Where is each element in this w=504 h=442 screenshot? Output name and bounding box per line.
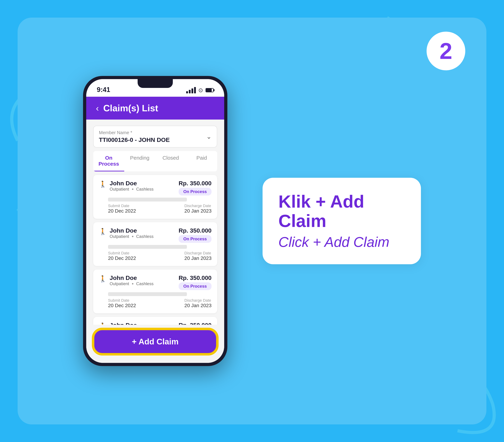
claim-left: 🚶 John Doe Outpatient Cashless <box>99 180 153 192</box>
claim-info: John Doe Outpatient Cashless <box>110 227 153 239</box>
submit-label: Submit Date <box>108 298 136 303</box>
tab-paid[interactable]: Paid <box>186 151 217 171</box>
claim-right: Rp. 350.000 On Process <box>179 322 212 325</box>
tabs-bar: On Process Pending Closed Paid <box>93 151 217 171</box>
status-badge: On Process <box>179 188 212 196</box>
claim-type: Outpatient Cashless <box>110 234 153 239</box>
claim-info: John Doe Outpatient Cashless <box>110 274 153 286</box>
discharge-date-block: Discharge Date 20 Jan 2023 <box>184 298 212 308</box>
tab-closed[interactable]: Closed <box>155 151 186 171</box>
submit-date: 20 Dec 2022 <box>108 255 136 261</box>
claim-top-row: 🚶 John Doe Outpatient Cashless <box>99 322 212 325</box>
main-container: 2 9:41 <box>18 17 486 425</box>
claim-name: John Doe <box>110 180 153 187</box>
submit-date-block: Submit Date 20 Dec 2022 <box>108 204 136 214</box>
member-info: Member Name * TTI000126-0 - JOHN DOE <box>99 130 170 143</box>
phone-notch <box>138 79 173 88</box>
tab-pending[interactable]: Pending <box>124 151 155 171</box>
back-arrow-icon[interactable]: ‹ <box>96 103 99 113</box>
submit-label: Submit Date <box>108 251 136 255</box>
phone-mockup: 9:41 ⊙ <box>83 76 227 366</box>
member-selector[interactable]: Member Name * TTI000126-0 - JOHN DOE ⌄ <box>93 126 217 148</box>
instruction-primary: Klik + Add Claim <box>278 192 405 231</box>
discharge-date: 20 Jan 2023 <box>184 255 212 261</box>
claim-top-row: 🚶 John Doe Outpatient Cashless <box>99 274 212 290</box>
discharge-date-block: Discharge Date 20 Jan 2023 <box>184 204 212 214</box>
claim-top-row: 🚶 John Doe Outpatient Cashless <box>99 180 212 196</box>
battery-icon <box>206 88 214 92</box>
phone-inner: 9:41 ⊙ <box>86 79 224 363</box>
hospital-name <box>108 292 187 296</box>
claim-left: 🚶 John Doe Outpatient Cashless <box>99 227 153 239</box>
claim-dates: Submit Date 20 Dec 2022 Discharge Date 2… <box>108 251 212 261</box>
discharge-date-block: Discharge Date 20 Jan 2023 <box>184 251 212 261</box>
claim-amount: Rp. 350.000 <box>179 227 212 234</box>
discharge-date: 20 Jan 2023 <box>184 208 212 214</box>
claim-amount: Rp. 350.000 <box>179 180 212 187</box>
hospital-name <box>108 245 187 249</box>
claim-card[interactable]: 🚶 John Doe Outpatient Cashless <box>93 317 217 325</box>
instruction-panel: Klik + Add Claim Click + Add Claim <box>263 178 421 264</box>
claim-name: John Doe <box>110 274 153 281</box>
claim-type: Outpatient Cashless <box>110 187 153 192</box>
discharge-label: Discharge Date <box>184 204 212 208</box>
claim-dates: Submit Date 20 Dec 2022 Discharge Date 2… <box>108 204 212 214</box>
status-badge: On Process <box>179 282 212 290</box>
step-number: 2 <box>440 40 452 62</box>
content-area: 9:41 ⊙ <box>18 76 486 366</box>
tab-on-process[interactable]: On Process <box>93 151 124 171</box>
claim-right: Rp. 350.000 On Process <box>179 274 212 290</box>
status-badge: On Process <box>179 235 212 243</box>
app-header: ‹ Claim(s) List <box>86 97 224 119</box>
status-time: 9:41 <box>97 86 110 94</box>
claim-amount: Rp. 350.000 <box>179 322 212 325</box>
instruction-secondary: Click + Add Claim <box>278 234 405 250</box>
submit-date-block: Submit Date 20 Dec 2022 <box>108 251 136 261</box>
claim-left: 🚶 John Doe Outpatient Cashless <box>99 322 153 325</box>
claim-top-row: 🚶 John Doe Outpatient Cashless <box>99 227 212 243</box>
outpatient-icon: 🚶 <box>99 228 107 235</box>
hospital-name <box>108 198 187 202</box>
phone-outer: 9:41 ⊙ <box>83 76 227 366</box>
claim-card[interactable]: 🚶 John Doe Outpatient Cashless <box>93 270 217 313</box>
add-claim-wrapper: + Add Claim <box>86 325 224 363</box>
claim-info: John Doe Outpatient Cashless <box>110 322 153 325</box>
status-icons: ⊙ <box>186 87 214 94</box>
claim-dates: Submit Date 20 Dec 2022 Discharge Date 2… <box>108 298 212 308</box>
claim-left: 🚶 John Doe Outpatient Cashless <box>99 274 153 286</box>
claims-list: 🚶 John Doe Outpatient Cashless <box>86 171 224 325</box>
phone-content: Member Name * TTI000126-0 - JOHN DOE ⌄ O… <box>86 119 224 363</box>
discharge-label: Discharge Date <box>184 251 212 255</box>
member-label: Member Name * <box>99 130 170 135</box>
submit-date-block: Submit Date 20 Dec 2022 <box>108 298 136 308</box>
outpatient-icon: 🚶 <box>99 181 107 188</box>
claim-right: Rp. 350.000 On Process <box>179 180 212 196</box>
wifi-icon: ⊙ <box>198 87 203 94</box>
claim-type: Outpatient Cashless <box>110 281 153 286</box>
claim-card[interactable]: 🚶 John Doe Outpatient Cashless <box>93 175 217 219</box>
signal-icon <box>186 87 196 93</box>
add-claim-button[interactable]: + Add Claim <box>93 329 217 354</box>
outpatient-icon: 🚶 <box>99 323 107 325</box>
step-badge: 2 <box>427 32 465 70</box>
claim-amount: Rp. 350.000 <box>179 274 212 281</box>
discharge-date: 20 Jan 2023 <box>184 303 212 308</box>
claim-name: John Doe <box>110 227 153 234</box>
submit-date: 20 Dec 2022 <box>108 208 136 214</box>
claim-info: John Doe Outpatient Cashless <box>110 180 153 192</box>
submit-date: 20 Dec 2022 <box>108 303 136 308</box>
claim-name: John Doe <box>110 322 153 325</box>
claim-right: Rp. 350.000 On Process <box>179 227 212 243</box>
submit-label: Submit Date <box>108 204 136 208</box>
dropdown-arrow-icon: ⌄ <box>206 133 212 140</box>
header-title: Claim(s) List <box>103 103 158 113</box>
claim-card[interactable]: 🚶 John Doe Outpatient Cashless <box>93 222 217 266</box>
outpatient-icon: 🚶 <box>99 275 107 283</box>
member-value: TTI000126-0 - JOHN DOE <box>99 136 170 143</box>
discharge-label: Discharge Date <box>184 298 212 303</box>
